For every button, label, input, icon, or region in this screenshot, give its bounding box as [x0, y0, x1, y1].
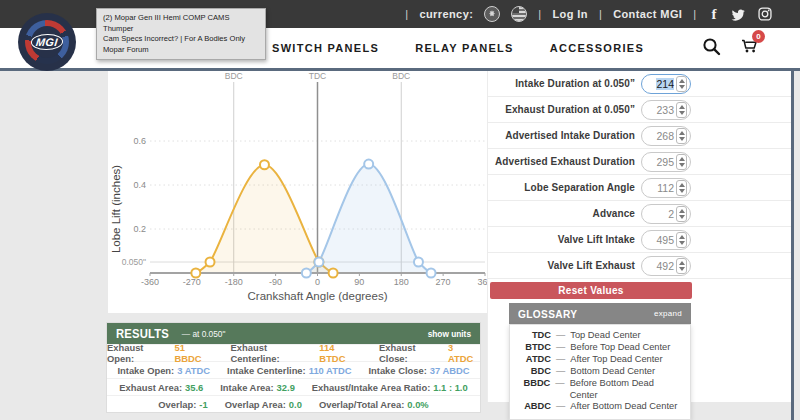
results-row-areas: Exhaust Area:35.6 Intake Area:32.9 Exhau…	[107, 378, 480, 395]
x-tick-label: 180	[394, 277, 409, 287]
exhaust-lobe-fill	[196, 165, 333, 273]
curve-point[interactable]	[302, 269, 311, 278]
show-units-link[interactable]: show units	[428, 329, 471, 339]
content-top-border	[0, 68, 800, 71]
curve-point[interactable]	[427, 269, 436, 278]
tooltip-line: Cam Specs Incorrect? | For A Bodies Only	[103, 34, 259, 45]
separator: |	[693, 8, 696, 20]
bdc-label: BDC	[392, 71, 410, 81]
glossary-item: BBDC—Before Bottom Dead Center	[518, 378, 682, 402]
x-tick-label: 270	[436, 277, 451, 287]
results-subtitle: — at 0.050"	[182, 329, 226, 339]
separator: |	[599, 8, 602, 20]
glossary-list: TDC—Top Dead Center BTDC—Before Top Dead…	[509, 324, 691, 420]
curve-point[interactable]	[206, 258, 215, 267]
glossary-item: TDC—Top Dead Center	[518, 330, 682, 342]
intake-centerline-value: 110 ATDC	[309, 365, 352, 376]
tooltip-line: (2) Mopar Gen III Hemi COMP CAMS Thumper	[103, 13, 259, 34]
advertised-intake-input[interactable]: 268	[641, 126, 691, 146]
curve-point[interactable]	[364, 160, 373, 169]
intake-close-value: 37 ABDC	[430, 365, 470, 376]
glossary-item: BDC—Bottom Dead Center	[518, 366, 682, 378]
currency-label: currency:	[419, 8, 473, 20]
x-tick-label: 90	[354, 277, 364, 287]
overlap-area-value: 0.0	[289, 399, 302, 410]
x-tick-label: 360	[477, 277, 487, 287]
mgi-logo[interactable]: MGI	[18, 13, 76, 71]
valve-lift-intake-input[interactable]: 495	[641, 230, 691, 250]
currency-usa-icon[interactable]	[511, 6, 527, 22]
results-panel: RESULTS — at 0.050" show units Exhaust O…	[106, 322, 481, 413]
tooltip-line: Mopar Forum	[103, 45, 259, 56]
curve-point[interactable]	[191, 269, 200, 278]
x-tick-label: -180	[225, 277, 243, 287]
nav-item-accessories[interactable]: ACCESSORIES	[550, 42, 644, 54]
spinner-buttons[interactable]	[676, 154, 687, 170]
field-label: Advance	[593, 208, 635, 219]
y-tick-label: 0.2	[133, 224, 146, 234]
advertised-exhaust-input[interactable]: 295	[641, 152, 691, 172]
chart-canvas[interactable]: BDCTDCBDC0.20.40.60.050"-360-270-180-900…	[108, 71, 487, 313]
x-tick-label: 0	[315, 277, 320, 287]
cam-specs-form: Intake Duration at 0.050” 214 Exhaust Du…	[487, 71, 792, 402]
exhaust-area-value: 35.6	[185, 382, 203, 393]
spinner-buttons[interactable]	[676, 232, 687, 248]
spinner-buttons[interactable]	[676, 102, 687, 118]
field-label: Valve Lift Intake	[558, 234, 635, 245]
exhaust-centerline-value: 114 BTDC	[319, 342, 362, 364]
form-row-valve-lift-exhaust: Valve Lift Exhaust 492	[488, 253, 792, 279]
curve-point[interactable]	[329, 269, 338, 278]
curve-point[interactable]	[414, 258, 423, 267]
intake-area-value: 32.9	[277, 382, 295, 393]
x-tick-label: -90	[269, 277, 282, 287]
intake-duration-input[interactable]: 214	[641, 74, 691, 94]
scrollbar[interactable]	[791, 68, 794, 420]
area-ratio-value: 1.1 : 1.0	[433, 382, 467, 393]
glossary-expand-link[interactable]: expand	[654, 309, 682, 318]
curve-point[interactable]	[260, 160, 269, 169]
cart-button[interactable]: 0	[741, 38, 758, 58]
form-row-exhaust-duration: Exhaust Duration at 0.050” 233	[488, 97, 792, 123]
intake-open-value: 3 ATDC	[177, 365, 210, 376]
y-axis-title: Lobe Lift (inches)	[110, 165, 122, 253]
currency-canada-icon[interactable]	[484, 6, 500, 22]
facebook-icon[interactable]: f	[712, 6, 717, 23]
overlap-total-value: 0.0%	[407, 399, 428, 410]
twitter-icon[interactable]	[730, 8, 745, 21]
field-label: Exhaust Duration at 0.050”	[505, 104, 635, 115]
glossary-item: ATDC—After Top Dead Center	[518, 354, 682, 366]
cam-lobe-chart-card: BDCTDCBDC0.20.40.60.050"-360-270-180-900…	[108, 71, 487, 313]
exhaust-duration-input[interactable]: 233	[641, 100, 691, 120]
field-label: Valve Lift Exhaust	[548, 260, 635, 271]
form-row-lobe-separation: Lobe Separation Angle 112	[488, 175, 792, 201]
nav-item-switch-panels[interactable]: SWITCH PANELS	[272, 42, 379, 54]
field-label: Intake Duration at 0.050”	[515, 78, 635, 89]
glossary-item: BTDC—Before Top Dead Center	[518, 342, 682, 354]
field-label: Lobe Separation Angle	[524, 182, 635, 193]
logo-ring: MGI	[25, 20, 69, 64]
reset-values-button[interactable]: Reset Values	[490, 282, 692, 299]
login-link[interactable]: Log In	[552, 8, 587, 20]
lobe-separation-input[interactable]: 112	[641, 178, 691, 198]
nav-item-relay-panels[interactable]: RELAY PANELS	[415, 42, 514, 54]
x-axis-title: Crankshaft Angle (degrees)	[248, 290, 388, 302]
separator: |	[538, 8, 541, 20]
search-icon[interactable]	[702, 37, 721, 60]
spinner-buttons[interactable]	[676, 76, 687, 92]
social-links: f	[712, 6, 772, 23]
bdc-label: BDC	[225, 71, 243, 81]
contact-link[interactable]: Contact MGI	[613, 8, 682, 20]
exhaust-open-value: 51 BBDC	[174, 342, 213, 364]
curve-point[interactable]	[314, 258, 323, 267]
y-tick-label: 0.6	[133, 136, 146, 146]
advance-input[interactable]: 2	[641, 204, 691, 224]
spinner-buttons[interactable]	[676, 128, 687, 144]
spinner-buttons[interactable]	[676, 180, 687, 196]
tab-hover-tooltip: (2) Mopar Gen III Hemi COMP CAMS Thumper…	[96, 8, 266, 60]
valve-lift-exhaust-input[interactable]: 492	[641, 256, 691, 276]
overlap-value: -1	[199, 399, 207, 410]
instagram-icon[interactable]	[758, 7, 772, 21]
spinner-buttons[interactable]	[676, 206, 687, 222]
lift-threshold-label: 0.050"	[122, 257, 146, 267]
spinner-buttons[interactable]	[676, 258, 687, 274]
